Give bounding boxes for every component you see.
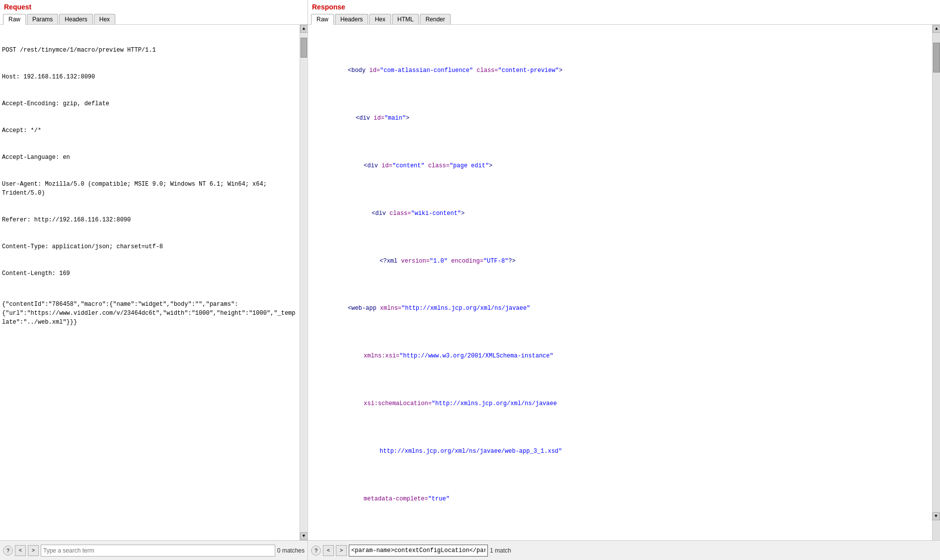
xml-line-div-content: <div id="content" class="page edit">	[312, 151, 930, 180]
response-title: Response	[308, 0, 940, 13]
request-search-bar: ? < > 0 matches	[0, 540, 308, 560]
response-search-bar: ? < > 1 match	[308, 540, 940, 560]
tab-raw-response[interactable]: Raw	[311, 14, 334, 25]
response-tabs-bar: Raw Headers Hex HTML Render	[308, 13, 940, 25]
scroll-down-left[interactable]: ▼	[300, 532, 308, 540]
xml-line-xsi-schema: xsi:schemaLocation="http://xmlns.jcp.org…	[312, 390, 930, 419]
xml-line-version: version="3.1">	[312, 533, 930, 540]
tab-hex-request[interactable]: Hex	[94, 14, 115, 24]
response-search-input[interactable]	[349, 545, 488, 557]
request-help-button[interactable]: ?	[3, 546, 13, 556]
req-line-1: POST /rest/tinymce/1/macro/preview HTTP/…	[2, 46, 298, 55]
request-scrollbar[interactable]: ▲ ▼	[300, 25, 308, 540]
request-tabs-bar: Raw Params Headers Hex	[0, 13, 308, 25]
xml-line-div-wiki: <div class="wiki-content">	[312, 199, 930, 228]
xml-line-body: <body id="com-atlassian-confluence" clas…	[312, 57, 930, 85]
scrollbar-thumb-right[interactable]	[933, 43, 940, 72]
response-match-count: 1 match	[490, 547, 511, 554]
tab-headers-request[interactable]: Headers	[59, 14, 92, 24]
req-line-9: Content-Length: 169	[2, 269, 298, 278]
req-line-7: Referer: http://192.168.116.132:8090	[2, 215, 298, 224]
tab-render-response[interactable]: Render	[420, 14, 450, 24]
xml-line-xmldecl: <?xml version="1.0" encoding="UTF-8"?>	[312, 247, 930, 276]
tab-params-request[interactable]: Params	[27, 14, 58, 24]
tab-hex-response[interactable]: Hex	[369, 14, 391, 24]
xml-line-xmlns-xsi: xmlns:xsi="http://www.w3.org/2001/XMLSch…	[312, 342, 930, 371]
main-container: Request Raw Params Headers Hex POST /res…	[0, 0, 940, 560]
request-content: POST /rest/tinymce/1/macro/preview HTTP/…	[0, 25, 300, 540]
xml-line-webapp: <web-app xmlns="http://xmlns.jcp.org/xml…	[312, 294, 930, 323]
scroll-down-right[interactable]: ▼	[932, 512, 940, 520]
response-scrollbar[interactable]: ▲ ▼	[932, 25, 940, 540]
req-line-8: Content-Type: application/json; charset=…	[2, 242, 298, 251]
request-title: Request	[0, 0, 308, 13]
req-line-6: User-Agent: Mozilla/5.0 (compatible; MSI…	[2, 180, 298, 198]
response-content-wrapper: <body id="com-atlassian-confluence" clas…	[308, 25, 940, 540]
response-content: <body id="com-atlassian-confluence" clas…	[308, 25, 932, 540]
request-search-input[interactable]	[41, 545, 275, 557]
xml-line-div-main: <div id="main">	[312, 104, 930, 133]
scroll-up-left[interactable]: ▲	[300, 25, 308, 33]
req-line-3: Accept-Encoding: gzip, deflate	[2, 99, 298, 108]
request-match-count: 0 matches	[277, 547, 305, 554]
tab-headers-response[interactable]: Headers	[335, 14, 368, 24]
req-line-4: Accept: */*	[2, 126, 298, 135]
request-prev-button[interactable]: <	[15, 545, 26, 556]
xml-line-schema-url: http://xmlns.jcp.org/xml/ns/javaee/web-a…	[312, 437, 930, 466]
req-line-2: Host: 192.168.116.132:8090	[2, 72, 298, 81]
scroll-up-right[interactable]: ▲	[933, 25, 940, 33]
req-line-5: Accept-Language: en	[2, 153, 298, 162]
response-panel: Response Raw Headers Hex HTML Render <bo…	[308, 0, 940, 560]
tab-raw-request[interactable]: Raw	[3, 14, 26, 25]
response-prev-button[interactable]: <	[323, 545, 334, 556]
request-panel: Request Raw Params Headers Hex POST /res…	[0, 0, 308, 560]
response-help-button[interactable]: ?	[311, 546, 321, 556]
request-next-button[interactable]: >	[28, 545, 39, 556]
xml-line-metadata: metadata-complete="true"	[312, 485, 930, 514]
response-next-button[interactable]: >	[336, 545, 347, 556]
req-json-body: {"contentId":"786458","macro":{"name":"w…	[2, 300, 298, 327]
tab-html-response[interactable]: HTML	[392, 14, 419, 24]
